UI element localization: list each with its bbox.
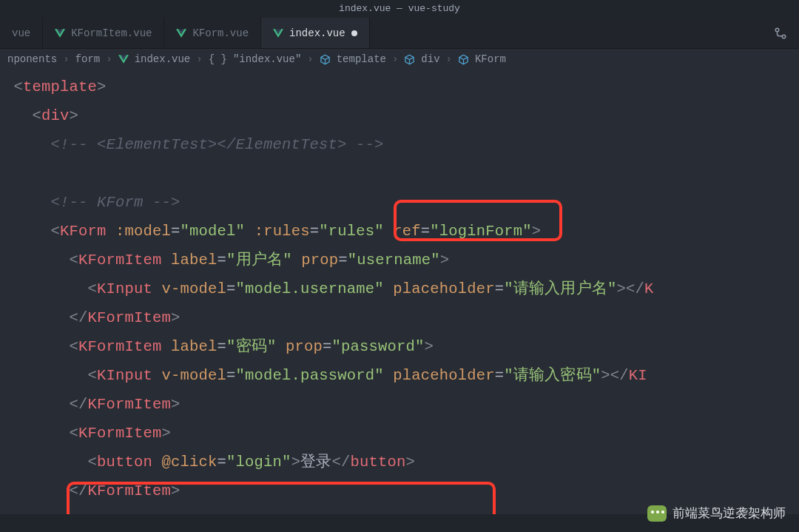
code-line: <KFormItem> (4, 419, 799, 448)
braces-icon: { } (209, 53, 227, 65)
breadcrumb-item[interactable]: index.vue (135, 53, 191, 65)
code-line: <KInput v-model="model.password" placeho… (4, 361, 799, 390)
code-line: <KFormItem label="密码" prop="password"> (4, 332, 799, 361)
code-line: <KInput v-model="model.username" placeho… (4, 275, 799, 303)
code-line: <button @click="login">登录</button> (4, 448, 799, 477)
code-line: <!-- KForm --> (4, 188, 799, 217)
code-line: </KFormItem> (4, 303, 799, 332)
compare-icon[interactable] (762, 18, 799, 48)
vue-icon (55, 29, 65, 38)
vue-icon (273, 29, 283, 38)
breadcrumb-item[interactable]: nponents (7, 53, 57, 65)
svg-point-0 (775, 28, 779, 32)
svg-point-1 (782, 35, 786, 38)
wechat-icon (647, 505, 667, 522)
code-line: </KFormItem> (4, 477, 799, 505)
code-line: <!-- <ElementTest></ElementTest> --> (4, 130, 799, 159)
editor-area[interactable]: <template> <div> <!-- <ElementTest></Ele… (0, 70, 799, 514)
code-line (4, 159, 799, 188)
breadcrumb-item[interactable]: template (337, 53, 386, 65)
code-line: <div> (4, 101, 799, 130)
tab-kform[interactable]: KForm.vue (164, 18, 261, 48)
tab-label: KFormItem.vue (71, 27, 152, 39)
vue-icon (118, 55, 129, 64)
code-line: </KFormItem> (4, 390, 799, 419)
cube-icon (458, 54, 469, 65)
breadcrumb-item[interactable]: form (75, 53, 101, 65)
breadcrumb-item[interactable]: "index.vue" (233, 53, 301, 65)
breadcrumb-item[interactable]: KForm (475, 53, 506, 65)
vue-icon (176, 29, 186, 38)
code-line: <KFormItem label="用户名" prop="username"> (4, 246, 799, 275)
tab-kformitem[interactable]: KFormItem.vue (43, 18, 164, 48)
cube-icon (404, 54, 415, 65)
tab-label: index.vue (289, 27, 345, 39)
window-title: index.vue — vue-study (0, 0, 799, 18)
tab-index[interactable]: index.vue (261, 18, 370, 48)
watermark-text: 前端菜鸟逆袭架构师 (672, 505, 786, 522)
tab-label: vue (12, 27, 30, 39)
breadcrumb-item[interactable]: div (421, 53, 439, 65)
breadcrumb: nponents› form› index.vue› { } "index.vu… (0, 49, 799, 70)
tab-vue[interactable]: vue (0, 18, 43, 48)
tab-label: KForm.vue (192, 27, 249, 39)
watermark: 前端菜鸟逆袭架构师 (647, 505, 786, 522)
code-line: <template> (4, 73, 799, 101)
tab-bar: vue KFormItem.vue KForm.vue index.vue (0, 18, 799, 49)
code-line: <KForm :model="model" :rules="rules" ref… (4, 217, 799, 246)
cube-icon (320, 54, 331, 65)
modified-dot-icon (351, 30, 357, 36)
